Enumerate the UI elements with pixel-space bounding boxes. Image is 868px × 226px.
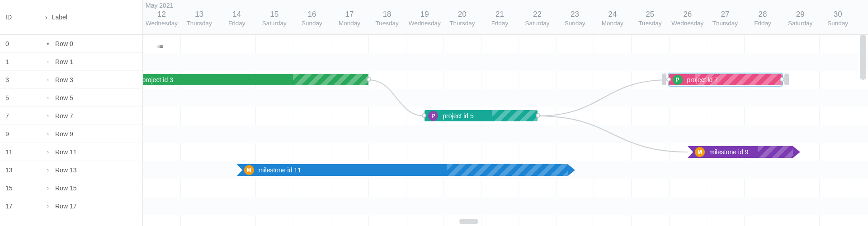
date-column[interactable]: 15Saturday: [255, 10, 293, 35]
milestone-label: milestone id 11: [259, 166, 301, 174]
date-column[interactable]: 14Friday: [218, 10, 255, 35]
id-cell: 0: [0, 40, 45, 47]
milestone-bar[interactable]: Mmilestone id 9: [688, 146, 800, 158]
table-row[interactable]: 17›Row 17: [0, 197, 142, 215]
label-cell: ›Row 5: [45, 94, 73, 101]
date-column[interactable]: 19Wednesday: [406, 10, 443, 35]
table-row[interactable]: 7›Row 7: [0, 107, 142, 125]
row-background: [143, 53, 868, 71]
date-number: 29: [782, 10, 819, 19]
date-weekday: Mond: [857, 20, 868, 27]
resize-handle-right[interactable]: [784, 74, 789, 85]
date-column[interactable]: 18Tuesday: [368, 10, 406, 35]
table-row[interactable]: 5›Row 5: [0, 89, 142, 107]
label-cell: ›Row 9: [45, 130, 73, 138]
id-cell: 5: [0, 94, 45, 101]
row-background: [143, 35, 868, 53]
date-column[interactable]: 24Monday: [594, 10, 631, 35]
row-background: [143, 89, 868, 107]
date-column[interactable]: 26Wednesday: [669, 10, 706, 35]
column-id-header[interactable]: ID: [0, 14, 45, 21]
timeline-header: May 2021 12Wednesday13Thursday14Friday15…: [143, 0, 868, 35]
table-row[interactable]: 11›Row 11: [0, 143, 142, 161]
date-column[interactable]: 30Sunday: [819, 10, 857, 35]
date-column[interactable]: 31Mond: [857, 10, 868, 35]
chevron-right-icon[interactable]: ›: [45, 203, 51, 209]
date-weekday: Tuesday: [631, 20, 669, 27]
date-number: 16: [293, 10, 330, 19]
date-number: 28: [744, 10, 782, 19]
row-label: Row 1: [55, 58, 73, 65]
date-column[interactable]: 28Friday: [744, 10, 782, 35]
task-progress-stripe: [695, 74, 782, 85]
date-column[interactable]: 20Thursday: [443, 10, 481, 35]
date-weekday: Friday: [744, 20, 782, 27]
timeline-panel: May 2021 12Wednesday13Thursday14Friday15…: [143, 0, 868, 226]
date-number: 30: [819, 10, 857, 19]
task-progress-stripe: [293, 74, 368, 85]
row-label: Row 15: [55, 184, 76, 192]
date-number: 20: [443, 10, 481, 19]
date-weekday: Friday: [218, 20, 255, 27]
date-column[interactable]: 12Wednesday: [143, 10, 180, 35]
chevron-right-icon[interactable]: ›: [45, 77, 51, 83]
table-row[interactable]: 3›Row 3: [0, 71, 142, 89]
chevron-right-icon[interactable]: ›: [45, 185, 51, 191]
task-bar[interactable]: Pproject id 5: [425, 110, 537, 121]
resize-handle-left[interactable]: [662, 74, 666, 85]
date-number: 12: [143, 10, 180, 19]
id-cell: 3: [0, 76, 45, 83]
task-bar[interactable]: Pproject id 3: [143, 74, 368, 85]
row-background: [143, 125, 868, 143]
date-column[interactable]: 22Saturday: [519, 10, 556, 35]
bullet-icon[interactable]: •: [45, 40, 51, 47]
table-row[interactable]: 15›Row 15: [0, 179, 142, 197]
row-label: Row 3: [55, 76, 73, 83]
chevron-right-icon[interactable]: ›: [45, 95, 51, 101]
table-row[interactable]: 1›Row 1: [0, 53, 142, 71]
table-row[interactable]: 9›Row 9: [0, 125, 142, 143]
chevron-right-icon[interactable]: ›: [45, 149, 51, 155]
date-number: 25: [631, 10, 669, 19]
label-cell: •Row 0: [45, 40, 73, 47]
collapse-all-button[interactable]: ‹≡: [153, 42, 167, 51]
chevron-right-icon[interactable]: ›: [45, 131, 51, 137]
date-column[interactable]: 17Monday: [330, 10, 368, 35]
date-weekday: Wednesday: [669, 20, 706, 27]
column-label-header-text: Label: [52, 14, 67, 21]
milestone-arrow-icon: [568, 164, 575, 176]
date-weekday: Friday: [481, 20, 519, 27]
chevron-right-icon[interactable]: ›: [45, 59, 51, 65]
date-number: 24: [594, 10, 631, 19]
date-columns: 12Wednesday13Thursday14Friday15Saturday1…: [143, 10, 868, 35]
milestone-bar[interactable]: Mmilestone id 11: [237, 164, 575, 176]
date-column[interactable]: 25Tuesday: [631, 10, 669, 35]
task-bar[interactable]: Pproject id 7: [669, 74, 782, 85]
column-label-header[interactable]: › Label: [45, 14, 67, 21]
date-column[interactable]: 29Saturday: [782, 10, 819, 35]
horizontal-scrollbar-thumb[interactable]: [459, 219, 478, 224]
task-label: project id 5: [443, 112, 473, 120]
milestone-badge-icon: M: [695, 147, 705, 157]
date-weekday: Thursday: [443, 20, 481, 27]
date-weekday: Thursday: [706, 20, 744, 27]
date-column[interactable]: 16Sunday: [293, 10, 330, 35]
id-cell: 9: [0, 130, 45, 138]
task-label: project id 3: [143, 76, 173, 83]
date-number: 26: [669, 10, 706, 19]
date-number: 18: [368, 10, 406, 19]
chevron-right-icon[interactable]: ›: [45, 113, 51, 119]
date-column[interactable]: 27Thursday: [706, 10, 744, 35]
date-column[interactable]: 21Friday: [481, 10, 519, 35]
chevron-right-icon[interactable]: ›: [45, 167, 51, 173]
table-row[interactable]: 0•Row 0: [0, 35, 142, 53]
table-row[interactable]: 13›Row 13: [0, 161, 142, 179]
date-number: 22: [519, 10, 556, 19]
date-column[interactable]: 13Thursday: [180, 10, 218, 35]
row-label: Row 7: [55, 112, 73, 120]
vertical-scrollbar-thumb[interactable]: [860, 35, 866, 80]
id-cell: 17: [0, 203, 45, 210]
row-background: [143, 197, 868, 215]
timeline-grid[interactable]: Pproject id 3Pproject id 5Pproject id 7M…: [143, 35, 868, 226]
date-column[interactable]: 23Sunday: [556, 10, 594, 35]
